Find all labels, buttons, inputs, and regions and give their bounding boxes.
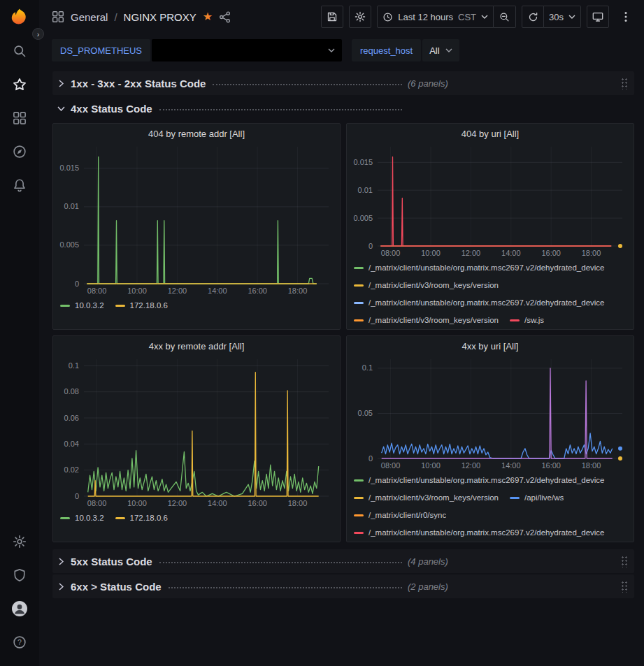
svg-text:0.01: 0.01 bbox=[64, 202, 79, 210]
chevron-right-icon bbox=[57, 583, 65, 591]
panel-title[interactable]: 4xx by uri [All] bbox=[347, 336, 634, 353]
refresh-interval-dropdown[interactable]: 30s bbox=[544, 6, 581, 28]
legend-item[interactable]: /sw.js bbox=[510, 314, 544, 325]
svg-text:10:00: 10:00 bbox=[421, 461, 441, 470]
svg-text:0.015: 0.015 bbox=[59, 164, 79, 172]
legend-item[interactable]: 172.18.0.6 bbox=[115, 512, 168, 524]
legend-item[interactable]: 172.18.0.6 bbox=[115, 300, 168, 312]
svg-text:14:00: 14:00 bbox=[501, 461, 521, 470]
dashboard-settings-button[interactable] bbox=[349, 6, 371, 28]
breadcrumb-separator: / bbox=[114, 11, 117, 23]
panel-4xx-by-remote-addr: 4xx by remote addr [All] 08:0010:0012:00… bbox=[52, 335, 341, 542]
row-title-group: 1xx - 3xx - 2xx Status Code bbox=[71, 78, 402, 89]
refresh-button[interactable] bbox=[522, 6, 544, 28]
variables-bar: DS_PROMETHEUS request_host All bbox=[39, 34, 644, 66]
search-icon[interactable] bbox=[0, 34, 39, 68]
legend-item[interactable]: /_matrix/client/r0/sync bbox=[354, 509, 446, 521]
row-drag-handle-icon[interactable] bbox=[621, 581, 629, 593]
legend-item[interactable]: /_matrix/client/unstable/org.matrix.msc2… bbox=[354, 262, 605, 274]
chevron-down-icon bbox=[481, 15, 488, 19]
grafana-logo-icon[interactable] bbox=[9, 7, 30, 30]
svg-text:0.01: 0.01 bbox=[358, 186, 373, 194]
main-area: General / NGINX PROXY ★ bbox=[39, 0, 644, 666]
breadcrumb-section[interactable]: General bbox=[71, 11, 108, 23]
legend-item[interactable]: /api/live/ws bbox=[510, 492, 564, 504]
svg-text:08:00: 08:00 bbox=[381, 249, 401, 257]
svg-text:0.04: 0.04 bbox=[64, 440, 79, 448]
row-header-1xx-3xx-2xx[interactable]: 1xx - 3xx - 2xx Status Code (6 panels) bbox=[52, 71, 634, 95]
row-title: 6xx > Status Code bbox=[71, 581, 162, 593]
svg-text:0.05: 0.05 bbox=[358, 409, 373, 417]
panel-title[interactable]: 404 by remote addr [All] bbox=[53, 124, 340, 140]
legend-item[interactable]: /_matrix/client/v3/room_keys/version bbox=[354, 492, 499, 504]
legend-swatch bbox=[354, 267, 364, 269]
legend-item[interactable]: /_matrix/client/unstable/org.matrix.msc2… bbox=[354, 475, 605, 486]
svg-text:12:00: 12:00 bbox=[461, 249, 481, 257]
alerting-bell-icon[interactable] bbox=[0, 168, 39, 202]
starred-dashboards-icon[interactable] bbox=[0, 68, 39, 101]
legend-item[interactable]: /_matrix/client/unstable/org.matrix.msc2… bbox=[354, 527, 605, 537]
svg-text:08:00: 08:00 bbox=[381, 461, 401, 470]
time-range-picker[interactable]: Last 12 hours CST bbox=[377, 6, 494, 28]
row-header-5xx[interactable]: 5xx Status Code (4 panels) bbox=[52, 549, 634, 573]
share-icon[interactable] bbox=[219, 11, 231, 23]
svg-text:08:00: 08:00 bbox=[87, 287, 107, 295]
refresh-group: 30s bbox=[522, 6, 581, 28]
svg-text:12:00: 12:00 bbox=[168, 499, 187, 507]
request-host-variable-label[interactable]: request_host bbox=[352, 39, 421, 61]
svg-text:16:00: 16:00 bbox=[248, 499, 267, 507]
breadcrumb-page-title[interactable]: NGINX PROXY bbox=[124, 11, 196, 23]
svg-text:10:00: 10:00 bbox=[127, 499, 147, 507]
more-menu-button[interactable] bbox=[615, 6, 637, 28]
admin-shield-icon[interactable] bbox=[0, 558, 39, 592]
nav-sidebar: ? bbox=[0, 0, 39, 666]
apps-grid-icon[interactable] bbox=[52, 10, 64, 23]
legend-swatch bbox=[60, 517, 70, 519]
zoom-out-button[interactable] bbox=[494, 6, 516, 28]
explore-compass-icon[interactable] bbox=[0, 135, 39, 168]
save-dashboard-button[interactable] bbox=[321, 6, 343, 28]
legend-item[interactable]: 10.0.3.2 bbox=[60, 300, 104, 312]
request-host-variable-value: All bbox=[429, 45, 439, 56]
svg-text:0.1: 0.1 bbox=[362, 363, 373, 372]
panel-legend: 10.0.3.2172.18.0.6 bbox=[53, 297, 340, 316]
datasource-variable-label[interactable]: DS_PROMETHEUS bbox=[52, 39, 150, 61]
row-header-4xx[interactable]: 4xx Status Code bbox=[52, 96, 634, 120]
help-icon[interactable]: ? bbox=[0, 625, 39, 659]
row-title-group: 4xx Status Code bbox=[71, 103, 402, 115]
sidebar-expand-button[interactable]: › bbox=[32, 28, 44, 40]
legend-item[interactable]: /_matrix/client/v3/room_keys/version bbox=[354, 280, 499, 291]
favorite-star-icon[interactable]: ★ bbox=[203, 11, 213, 22]
time-series-chart[interactable]: 08:0010:0012:0014:0016:0018:0000.020.040… bbox=[53, 353, 340, 509]
panel-title[interactable]: 4xx by remote addr [All] bbox=[53, 336, 340, 353]
svg-text:0.1: 0.1 bbox=[69, 361, 79, 370]
time-series-chart[interactable]: 08:0010:0012:0014:0016:0018:0000.0050.01… bbox=[347, 140, 634, 259]
panel-legend: 10.0.3.2172.18.0.6 bbox=[53, 509, 340, 528]
legend-swatch bbox=[60, 305, 70, 307]
user-avatar[interactable] bbox=[0, 592, 39, 625]
legend-item[interactable]: 10.0.3.2 bbox=[60, 512, 104, 524]
legend-item[interactable]: /_matrix/client/unstable/org.matrix.msc2… bbox=[354, 297, 605, 309]
row-drag-handle-icon[interactable] bbox=[621, 78, 629, 89]
refresh-interval-label: 30s bbox=[549, 12, 564, 22]
row-drag-handle-icon[interactable] bbox=[621, 556, 629, 567]
chevron-down-icon bbox=[57, 106, 65, 111]
svg-text:0.06: 0.06 bbox=[64, 414, 79, 422]
chevron-down-icon bbox=[445, 48, 452, 52]
row-dotted-filler bbox=[159, 562, 402, 563]
time-range-label: Last 12 hours bbox=[398, 12, 453, 22]
panel-title[interactable]: 404 by uri [All] bbox=[347, 124, 634, 140]
row-header-6xx[interactable]: 6xx > Status Code (2 panels) bbox=[52, 574, 634, 598]
kiosk-mode-button[interactable] bbox=[587, 6, 609, 28]
legend-item[interactable]: /_matrix/client/v3/room_keys/version bbox=[354, 314, 499, 325]
datasource-variable-dropdown[interactable] bbox=[152, 39, 342, 61]
request-host-variable: request_host All bbox=[352, 39, 459, 61]
dashboards-icon[interactable] bbox=[0, 101, 39, 135]
time-series-chart[interactable]: 08:0010:0012:0014:0016:0018:0000.0050.01… bbox=[53, 140, 340, 297]
clock-icon bbox=[382, 12, 393, 22]
settings-gear-icon[interactable] bbox=[0, 525, 39, 558]
request-host-variable-dropdown[interactable]: All bbox=[422, 39, 459, 61]
legend-swatch bbox=[354, 532, 364, 534]
row-title-group: 6xx > Status Code bbox=[71, 581, 402, 593]
time-series-chart[interactable]: 08:0010:0012:0014:0016:0018:0000.050.1 bbox=[347, 353, 634, 472]
